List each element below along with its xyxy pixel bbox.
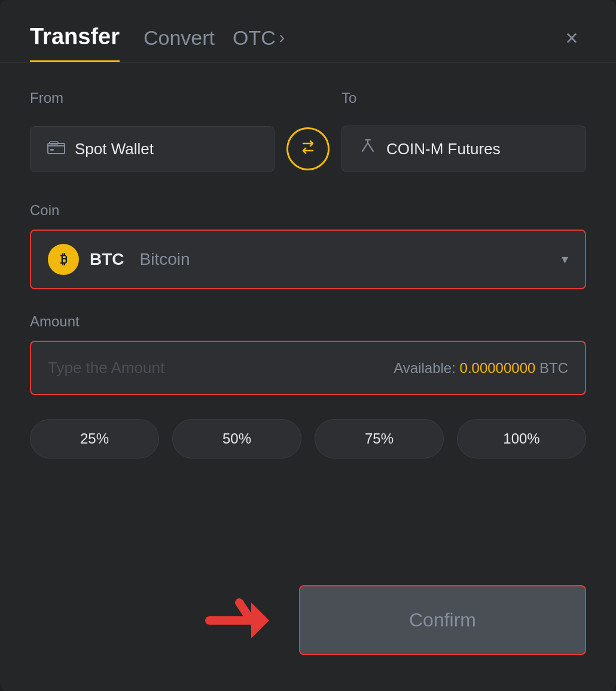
header-divider (0, 62, 616, 63)
close-button[interactable]: × (557, 24, 586, 53)
svg-rect-0 (48, 143, 65, 154)
pct-100-button[interactable]: 100% (457, 419, 586, 458)
transfer-modal: Transfer Convert OTC › × From To (0, 0, 616, 691)
bottom-section: Confirm (30, 561, 586, 655)
amount-section: Amount Type the Amount Available: 0.0000… (30, 313, 586, 395)
to-wallet-label: COIN-M Futures (386, 140, 501, 158)
modal-header: Transfer Convert OTC › × (30, 24, 586, 62)
coin-symbol: BTC (90, 250, 124, 269)
tab-otc[interactable]: OTC › (233, 26, 285, 60)
confirm-button[interactable]: Confirm (299, 585, 586, 655)
wallet-icon (47, 140, 65, 158)
to-label-area: To (341, 90, 586, 117)
futures-icon (359, 139, 377, 158)
swap-icon (297, 136, 319, 162)
from-wallet-selector[interactable]: Spot Wallet (30, 126, 275, 172)
dropdown-arrow-icon: ▾ (562, 252, 568, 267)
chevron-right-icon: › (279, 28, 285, 47)
svg-rect-2 (50, 149, 54, 151)
wallet-row: Spot Wallet COIN-M Futures (30, 126, 586, 172)
pct-75-button[interactable]: 75% (315, 419, 444, 458)
arrow-indicator (203, 594, 275, 647)
amount-label: Amount (30, 313, 586, 330)
to-label: To (341, 90, 586, 106)
from-wallet-label: Spot Wallet (75, 140, 154, 158)
coin-section: Coin ₿ BTC Bitcoin ▾ (30, 202, 586, 289)
coin-dropdown[interactable]: ₿ BTC Bitcoin ▾ (30, 230, 586, 289)
amount-placeholder: Type the Amount (48, 359, 164, 377)
tab-convert[interactable]: Convert (144, 26, 215, 60)
svg-text:₿: ₿ (60, 252, 67, 267)
svg-marker-4 (251, 603, 269, 638)
amount-input-box[interactable]: Type the Amount Available: 0.00000000 BT… (30, 341, 586, 395)
coin-fullname: Bitcoin (140, 250, 190, 269)
available-balance: Available: 0.00000000 BTC (394, 360, 568, 377)
arrow-icon (203, 594, 275, 647)
coin-label: Coin (30, 202, 586, 219)
tab-transfer[interactable]: Transfer (30, 24, 120, 62)
from-label: From (30, 90, 275, 106)
pct-50-button[interactable]: 50% (172, 419, 301, 458)
from-label-area: From (30, 90, 275, 117)
pct-25-button[interactable]: 25% (30, 419, 159, 458)
available-amount: 0.00000000 (460, 360, 536, 376)
btc-icon: ₿ (48, 244, 79, 275)
to-wallet-selector[interactable]: COIN-M Futures (341, 126, 586, 172)
swap-button[interactable] (286, 127, 330, 170)
percentage-row: 25% 50% 75% 100% (30, 419, 586, 458)
